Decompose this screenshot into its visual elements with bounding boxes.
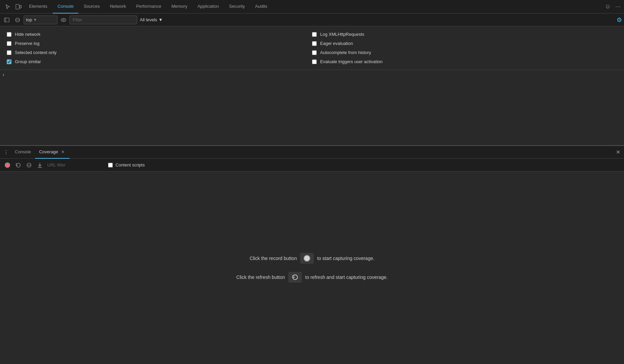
evaluate-triggers-row: Evaluate triggers user activation xyxy=(312,57,617,66)
stop-recording-button[interactable] xyxy=(24,160,34,170)
preserve-log-label[interactable]: Preserve log xyxy=(15,41,40,46)
preserve-log-checkbox[interactable] xyxy=(7,41,11,46)
clear-console-icon[interactable] xyxy=(13,15,22,25)
hide-network-label[interactable]: Hide network xyxy=(15,32,41,37)
panel-more-icon[interactable]: ⋮ xyxy=(1,148,11,157)
bottom-tab-right: ✕ xyxy=(613,148,623,157)
settings-right-column: Log XMLHttpRequests Eager evaluation Aut… xyxy=(312,30,617,66)
more-options-icon[interactable]: ⋯ xyxy=(615,3,621,10)
svg-rect-1 xyxy=(20,5,21,8)
selected-context-checkbox[interactable] xyxy=(7,50,11,55)
console-filter-input[interactable] xyxy=(70,16,137,24)
tab-performance[interactable]: Performance xyxy=(131,0,166,14)
svg-point-7 xyxy=(63,19,64,21)
content-scripts-label[interactable]: Content scripts xyxy=(115,162,145,167)
svg-rect-0 xyxy=(16,4,19,9)
record-hint-circle-icon xyxy=(304,255,310,262)
close-panel-button[interactable]: ✕ xyxy=(613,148,623,157)
record-circle-icon xyxy=(5,162,10,168)
console-settings-panel: Hide network Preserve log Selected conte… xyxy=(0,26,624,70)
devtools-window: Elements Console Sources Network Perform… xyxy=(0,0,624,364)
device-icon[interactable] xyxy=(14,2,24,12)
refresh-hint-badge xyxy=(288,272,302,283)
bottom-tab-coverage[interactable]: Coverage ✕ xyxy=(35,146,70,159)
settings-left-column: Hide network Preserve log Selected conte… xyxy=(7,30,312,66)
coverage-toolbar: Content scripts xyxy=(0,159,624,172)
log-xmlhttp-label[interactable]: Log XMLHttpRequests xyxy=(320,32,364,37)
settings-grid: Hide network Preserve log Selected conte… xyxy=(7,30,617,66)
log-levels-dropdown[interactable]: All levels ▼ xyxy=(138,17,164,22)
url-filter-input[interactable] xyxy=(46,162,107,167)
autocomplete-label[interactable]: Autocomplete from history xyxy=(320,50,371,55)
evaluate-triggers-checkbox[interactable] xyxy=(312,59,317,64)
console-content: › xyxy=(0,70,624,79)
refresh-recording-button[interactable] xyxy=(14,160,23,170)
preserve-log-row: Preserve log xyxy=(7,39,312,48)
evaluate-triggers-label[interactable]: Evaluate triggers user activation xyxy=(320,59,383,64)
group-similar-label[interactable]: Group similar xyxy=(15,59,41,64)
cursor-icon[interactable] xyxy=(3,2,13,12)
log-xmlhttp-checkbox[interactable] xyxy=(312,32,317,37)
bottom-tab-console[interactable]: Console xyxy=(11,146,35,159)
start-recording-button[interactable] xyxy=(3,160,12,170)
record-hint: Click the record button to start capturi… xyxy=(250,253,374,264)
tab-network[interactable]: Network xyxy=(105,0,131,14)
autocomplete-row: Autocomplete from history xyxy=(312,48,617,57)
eager-eval-checkbox[interactable] xyxy=(312,41,317,46)
feedback-icon[interactable]: ☺ xyxy=(603,2,613,11)
selected-context-row: Selected context only xyxy=(7,48,312,57)
content-scripts-row: Content scripts xyxy=(108,162,145,167)
console-toolbar: top ▼ All levels ▼ ⚙ xyxy=(0,14,624,26)
eager-eval-label[interactable]: Eager evaluation xyxy=(320,41,353,46)
bottom-tab-bar: ⋮ Console Coverage ✕ ✕ xyxy=(0,146,624,159)
tab-elements[interactable]: Elements xyxy=(24,0,52,14)
tab-security[interactable]: Security xyxy=(224,0,250,14)
tab-application[interactable]: Application xyxy=(193,0,224,14)
top-tab-bar: Elements Console Sources Network Perform… xyxy=(0,0,624,14)
export-coverage-button[interactable] xyxy=(35,160,45,170)
tab-sources[interactable]: Sources xyxy=(79,0,105,14)
log-xmlhttp-row: Log XMLHttpRequests xyxy=(312,30,617,39)
refresh-hint: Click the refresh button to refresh and … xyxy=(236,272,388,283)
settings-gear-icon[interactable]: ⚙ xyxy=(617,16,622,24)
eager-eval-row: Eager evaluation xyxy=(312,39,617,48)
console-output-area[interactable]: › xyxy=(0,70,624,145)
coverage-content-area: Click the record button to start capturi… xyxy=(0,172,624,364)
group-similar-row: Group similar xyxy=(7,57,312,66)
sidebar-toggle-icon[interactable] xyxy=(2,15,11,25)
svg-rect-2 xyxy=(4,18,9,22)
bottom-panel: ⋮ Console Coverage ✕ ✕ xyxy=(0,145,624,364)
selected-context-label[interactable]: Selected context only xyxy=(15,50,57,55)
hide-network-checkbox[interactable] xyxy=(7,32,11,37)
hide-network-row: Hide network xyxy=(7,30,312,39)
tab-console[interactable]: Console xyxy=(53,0,78,14)
levels-arrow-icon: ▼ xyxy=(158,17,163,22)
context-dropdown-arrow: ▼ xyxy=(33,18,37,22)
eye-icon[interactable] xyxy=(59,15,68,25)
record-hint-badge xyxy=(300,253,314,264)
close-coverage-tab-icon[interactable]: ✕ xyxy=(60,149,66,155)
refresh-hint-icon xyxy=(292,274,298,281)
tab-memory[interactable]: Memory xyxy=(167,0,192,14)
svg-point-6 xyxy=(61,18,66,22)
context-selector[interactable]: top ▼ xyxy=(24,16,57,24)
console-section: top ▼ All levels ▼ ⚙ xyxy=(0,14,624,145)
tab-bar-right: ☺ ⋯ xyxy=(603,2,621,11)
autocomplete-checkbox[interactable] xyxy=(312,50,317,55)
console-prompt-arrow: › xyxy=(3,72,4,77)
tab-bar-left: Elements Console Sources Network Perform… xyxy=(3,0,272,14)
content-scripts-checkbox[interactable] xyxy=(108,163,113,167)
tab-audits[interactable]: Audits xyxy=(250,0,272,14)
group-similar-checkbox[interactable] xyxy=(7,59,11,64)
